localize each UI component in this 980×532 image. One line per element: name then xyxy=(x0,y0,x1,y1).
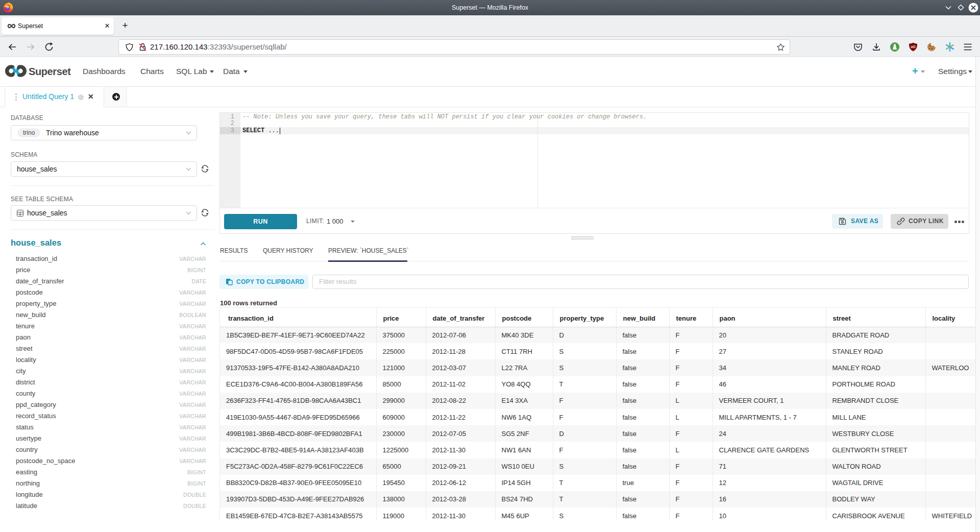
svg-text:uO: uO xyxy=(911,45,915,49)
